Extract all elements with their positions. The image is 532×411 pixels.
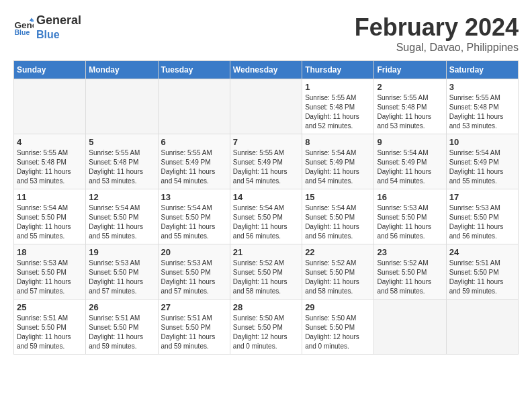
day-number: 13 [161,192,227,202]
day-number: 17 [449,192,515,202]
calendar-cell: 5Sunrise: 5:55 AMSunset: 5:48 PMDaylight… [86,134,158,189]
day-info: Sunrise: 5:53 AMSunset: 5:50 PMDaylight:… [161,259,227,296]
day-info: Sunrise: 5:55 AMSunset: 5:48 PMDaylight:… [449,93,515,131]
calendar-week-3: 18Sunrise: 5:53 AMSunset: 5:50 PMDayligh… [14,244,519,300]
calendar-cell: 15Sunrise: 5:54 AMSunset: 5:50 PMDayligh… [302,189,374,244]
calendar-cell: 16Sunrise: 5:53 AMSunset: 5:50 PMDayligh… [374,189,446,244]
calendar-cell [230,79,302,134]
day-info: Sunrise: 5:53 AMSunset: 5:50 PMDaylight:… [89,259,154,296]
calendar-cell: 1Sunrise: 5:55 AMSunset: 5:48 PMDaylight… [302,79,374,134]
subtitle: Sugal, Davao, Philippines [355,42,519,54]
page-header: General Blue General Blue February 2024 … [13,13,519,54]
day-number: 28 [233,302,299,312]
day-info: Sunrise: 5:53 AMSunset: 5:50 PMDaylight:… [377,203,443,241]
logo-text-blue: Blue [36,28,81,41]
day-info: Sunrise: 5:55 AMSunset: 5:48 PMDaylight:… [89,148,154,186]
day-info: Sunrise: 5:52 AMSunset: 5:50 PMDaylight:… [233,259,299,296]
calendar-cell [374,300,446,355]
calendar-cell: 8Sunrise: 5:54 AMSunset: 5:49 PMDaylight… [302,134,374,189]
header-cell-tuesday: Tuesday [158,61,230,79]
main-title: February 2024 [355,13,519,42]
day-info: Sunrise: 5:55 AMSunset: 5:49 PMDaylight:… [233,148,299,186]
day-info: Sunrise: 5:54 AMSunset: 5:50 PMDaylight:… [161,203,227,241]
day-number: 29 [305,302,371,312]
calendar-cell [158,79,230,134]
day-number: 14 [233,192,299,202]
day-info: Sunrise: 5:54 AMSunset: 5:50 PMDaylight:… [89,203,154,241]
calendar-cell: 12Sunrise: 5:54 AMSunset: 5:50 PMDayligh… [86,189,158,244]
calendar-cell: 6Sunrise: 5:55 AMSunset: 5:49 PMDaylight… [158,134,230,189]
calendar-cell: 27Sunrise: 5:51 AMSunset: 5:50 PMDayligh… [158,300,230,355]
day-number: 16 [377,192,443,202]
day-number: 18 [17,247,83,257]
calendar-cell: 22Sunrise: 5:52 AMSunset: 5:50 PMDayligh… [302,244,374,300]
day-info: Sunrise: 5:51 AMSunset: 5:50 PMDaylight:… [89,314,154,351]
logo-text-general: General [36,13,81,28]
day-number: 25 [17,302,83,312]
day-number: 23 [377,247,443,257]
calendar-cell [86,79,158,134]
day-number: 27 [161,302,227,312]
day-info: Sunrise: 5:55 AMSunset: 5:48 PMDaylight:… [17,148,83,186]
calendar-header: SundayMondayTuesdayWednesdayThursdayFrid… [14,61,519,79]
day-number: 15 [305,192,371,202]
svg-text:Blue: Blue [15,28,30,36]
day-info: Sunrise: 5:55 AMSunset: 5:48 PMDaylight:… [377,93,443,131]
calendar-cell: 19Sunrise: 5:53 AMSunset: 5:50 PMDayligh… [86,244,158,300]
header-cell-thursday: Thursday [302,61,374,79]
calendar-table: SundayMondayTuesdayWednesdayThursdayFrid… [13,60,519,355]
day-number: 8 [305,137,371,147]
day-info: Sunrise: 5:55 AMSunset: 5:49 PMDaylight:… [161,148,227,186]
calendar-week-4: 25Sunrise: 5:51 AMSunset: 5:50 PMDayligh… [14,300,519,355]
calendar-cell: 14Sunrise: 5:54 AMSunset: 5:50 PMDayligh… [230,189,302,244]
day-info: Sunrise: 5:54 AMSunset: 5:50 PMDaylight:… [17,203,83,241]
calendar-cell [14,79,86,134]
calendar-cell: 13Sunrise: 5:54 AMSunset: 5:50 PMDayligh… [158,189,230,244]
day-number: 19 [89,247,154,257]
calendar-cell: 26Sunrise: 5:51 AMSunset: 5:50 PMDayligh… [86,300,158,355]
header-cell-wednesday: Wednesday [230,61,302,79]
day-number: 6 [161,137,227,147]
day-number: 1 [305,82,371,92]
day-number: 26 [89,302,154,312]
calendar-cell: 3Sunrise: 5:55 AMSunset: 5:48 PMDaylight… [446,79,518,134]
day-number: 11 [17,192,83,202]
day-info: Sunrise: 5:54 AMSunset: 5:50 PMDaylight:… [233,203,299,241]
day-info: Sunrise: 5:50 AMSunset: 5:50 PMDaylight:… [305,314,371,351]
day-number: 4 [17,137,83,147]
day-number: 12 [89,192,154,202]
calendar-week-1: 4Sunrise: 5:55 AMSunset: 5:48 PMDaylight… [14,134,519,189]
day-info: Sunrise: 5:51 AMSunset: 5:50 PMDaylight:… [161,314,227,351]
calendar-cell: 4Sunrise: 5:55 AMSunset: 5:48 PMDaylight… [14,134,86,189]
day-info: Sunrise: 5:55 AMSunset: 5:48 PMDaylight:… [305,93,371,131]
logo-icon: General Blue [13,17,34,37]
calendar-cell: 28Sunrise: 5:50 AMSunset: 5:50 PMDayligh… [230,300,302,355]
calendar-cell: 17Sunrise: 5:53 AMSunset: 5:50 PMDayligh… [446,189,518,244]
calendar-cell: 18Sunrise: 5:53 AMSunset: 5:50 PMDayligh… [14,244,86,300]
day-number: 3 [449,82,515,92]
day-info: Sunrise: 5:52 AMSunset: 5:50 PMDaylight:… [305,259,371,296]
day-number: 2 [377,82,443,92]
day-info: Sunrise: 5:51 AMSunset: 5:50 PMDaylight:… [449,259,515,296]
calendar-body: 1Sunrise: 5:55 AMSunset: 5:48 PMDaylight… [14,79,519,355]
day-number: 10 [449,137,515,147]
calendar-cell: 2Sunrise: 5:55 AMSunset: 5:48 PMDaylight… [374,79,446,134]
day-number: 9 [377,137,443,147]
header-row: SundayMondayTuesdayWednesdayThursdayFrid… [14,61,519,79]
header-cell-friday: Friday [374,61,446,79]
day-number: 24 [449,247,515,257]
header-cell-monday: Monday [86,61,158,79]
calendar-cell: 20Sunrise: 5:53 AMSunset: 5:50 PMDayligh… [158,244,230,300]
header-cell-saturday: Saturday [446,61,518,79]
day-info: Sunrise: 5:50 AMSunset: 5:50 PMDaylight:… [233,314,299,351]
calendar-week-2: 11Sunrise: 5:54 AMSunset: 5:50 PMDayligh… [14,189,519,244]
logo: General Blue General Blue [13,13,81,41]
day-info: Sunrise: 5:54 AMSunset: 5:49 PMDaylight:… [377,148,443,186]
header-cell-sunday: Sunday [14,61,86,79]
calendar-cell: 21Sunrise: 5:52 AMSunset: 5:50 PMDayligh… [230,244,302,300]
day-number: 20 [161,247,227,257]
calendar-cell: 11Sunrise: 5:54 AMSunset: 5:50 PMDayligh… [14,189,86,244]
day-info: Sunrise: 5:52 AMSunset: 5:50 PMDaylight:… [377,259,443,296]
day-info: Sunrise: 5:53 AMSunset: 5:50 PMDaylight:… [17,259,83,296]
calendar-cell: 29Sunrise: 5:50 AMSunset: 5:50 PMDayligh… [302,300,374,355]
